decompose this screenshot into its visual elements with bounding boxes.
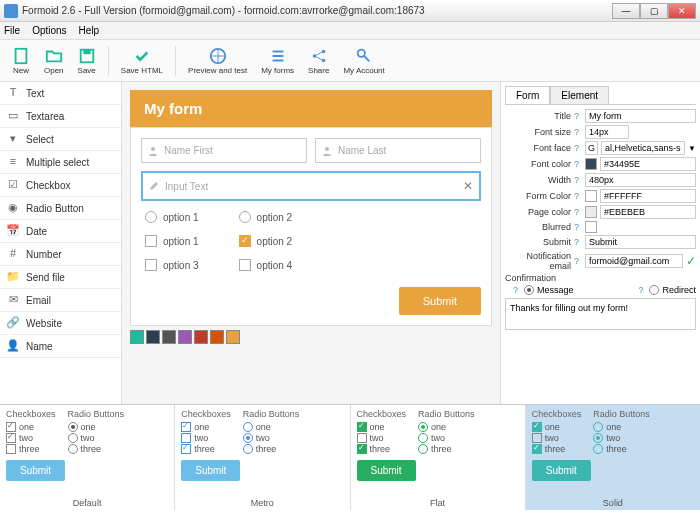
- fontcolor-swatch[interactable]: [585, 158, 597, 170]
- theme-submit[interactable]: Submit: [181, 460, 240, 481]
- window-title: Formoid 2.6 - Full Version (formoid@gmai…: [22, 5, 612, 16]
- theme-submit[interactable]: Submit: [6, 460, 65, 481]
- minimize-button[interactable]: —: [612, 3, 640, 19]
- prop-width-input[interactable]: [585, 173, 696, 187]
- check-icon: ✓: [686, 254, 696, 268]
- svg-point-10: [325, 147, 329, 151]
- prop-fontface-input[interactable]: [601, 141, 685, 155]
- form-header[interactable]: My form: [130, 90, 492, 127]
- toolbar: New Open Save Save HTML Preview and test…: [0, 40, 700, 82]
- confirmation-textarea[interactable]: Thanks for filling out my form!: [505, 298, 696, 330]
- open-button[interactable]: Open: [38, 45, 70, 77]
- theme-flat[interactable]: CheckboxesonetwothreeRadio Buttonsonetwo…: [351, 405, 526, 510]
- color-swatch[interactable]: [226, 330, 240, 344]
- confirm-message-radio[interactable]: [524, 285, 534, 295]
- svg-point-7: [321, 58, 325, 62]
- color-swatch[interactable]: [130, 330, 144, 344]
- name-first-input[interactable]: Name First: [141, 138, 307, 163]
- theme-submit[interactable]: Submit: [532, 460, 591, 481]
- check-option-3[interactable]: option 3: [145, 259, 199, 271]
- blurred-checkbox[interactable]: [585, 221, 597, 233]
- menu-options[interactable]: Options: [32, 25, 66, 36]
- color-swatch[interactable]: [194, 330, 208, 344]
- theme-solid[interactable]: CheckboxesonetwothreeRadio Buttonsonetwo…: [526, 405, 700, 510]
- list-icon: [269, 47, 287, 65]
- svg-point-8: [358, 49, 365, 56]
- prop-pagecolor-input[interactable]: [600, 205, 696, 219]
- sidebar-item-number[interactable]: #Number: [0, 243, 121, 266]
- prop-fontcolor-input[interactable]: [600, 157, 696, 171]
- prop-submit-input[interactable]: [585, 235, 696, 249]
- theme-preview-bar: CheckboxesonetwothreeRadio Buttonsonetwo…: [0, 404, 700, 510]
- new-button[interactable]: New: [6, 45, 36, 77]
- sidebar-item-checkbox[interactable]: ☑Checkbox: [0, 174, 121, 197]
- name-last-input[interactable]: Name Last: [315, 138, 481, 163]
- prop-email-input[interactable]: [585, 254, 683, 268]
- globe-icon: [209, 47, 227, 65]
- formcolor-swatch[interactable]: [585, 190, 597, 202]
- element-icon: ✉: [6, 293, 20, 307]
- close-button[interactable]: ✕: [668, 3, 696, 19]
- sidebar-item-multiple-select[interactable]: ≡Multiple select: [0, 151, 121, 174]
- account-button[interactable]: My Account: [337, 45, 390, 77]
- help-icon[interactable]: ?: [574, 111, 582, 121]
- maximize-button[interactable]: ▢: [640, 3, 668, 19]
- color-swatch[interactable]: [210, 330, 224, 344]
- title-bar: Formoid 2.6 - Full Version (formoid@gmai…: [0, 0, 700, 22]
- color-swatch[interactable]: [162, 330, 176, 344]
- svg-rect-1: [16, 48, 27, 62]
- theme-default[interactable]: CheckboxesonetwothreeRadio Buttonsonetwo…: [0, 405, 175, 510]
- element-icon: 📅: [6, 224, 20, 238]
- text-input-selected[interactable]: Input Text✕: [141, 171, 481, 201]
- sidebar-item-website[interactable]: 🔗Website: [0, 312, 121, 335]
- color-swatch[interactable]: [178, 330, 192, 344]
- save-button[interactable]: Save: [72, 45, 102, 77]
- element-icon: 🔗: [6, 316, 20, 330]
- share-icon: [310, 47, 328, 65]
- prop-fontsize-input[interactable]: [585, 125, 629, 139]
- check-option-4[interactable]: option 4: [239, 259, 293, 271]
- preview-button[interactable]: Preview and test: [182, 45, 253, 77]
- form-body: Name First Name Last Input Text✕ option …: [130, 127, 492, 326]
- check-option-2[interactable]: option 2: [239, 235, 293, 247]
- sidebar-item-email[interactable]: ✉Email: [0, 289, 121, 312]
- sidebar-item-name[interactable]: 👤Name: [0, 335, 121, 358]
- svg-point-9: [151, 147, 155, 151]
- tab-form[interactable]: Form: [505, 86, 550, 104]
- clear-icon[interactable]: ✕: [463, 179, 473, 193]
- sidebar-item-text[interactable]: TText: [0, 82, 121, 105]
- sidebar-item-date[interactable]: 📅Date: [0, 220, 121, 243]
- radio-option-2[interactable]: option 2: [239, 211, 293, 223]
- sidebar-item-radio-button[interactable]: ◉Radio Button: [0, 197, 121, 220]
- confirm-redirect-radio[interactable]: [649, 285, 659, 295]
- element-sidebar: TText▭Textarea▾Select≡Multiple select☑Ch…: [0, 82, 122, 404]
- chevron-down-icon[interactable]: ▼: [688, 144, 696, 153]
- submit-button[interactable]: Submit: [399, 287, 481, 315]
- element-icon: ☑: [6, 178, 20, 192]
- properties-panel: Form Element Title? Font size? Font face…: [500, 82, 700, 404]
- myforms-button[interactable]: My forms: [255, 45, 300, 77]
- prop-formcolor-input[interactable]: [600, 189, 696, 203]
- sidebar-item-textarea[interactable]: ▭Textarea: [0, 105, 121, 128]
- save-html-button[interactable]: Save HTML: [115, 45, 169, 77]
- svg-rect-3: [83, 49, 90, 54]
- theme-submit[interactable]: Submit: [357, 460, 416, 481]
- radio-option-1[interactable]: option 1: [145, 211, 199, 223]
- check-option-1[interactable]: option 1: [145, 235, 199, 247]
- svg-point-6: [321, 49, 325, 53]
- element-icon: ≡: [6, 155, 20, 169]
- tab-element[interactable]: Element: [550, 86, 609, 104]
- color-swatch[interactable]: [146, 330, 160, 344]
- share-button[interactable]: Share: [302, 45, 335, 77]
- menu-help[interactable]: Help: [79, 25, 100, 36]
- prop-title-input[interactable]: [585, 109, 696, 123]
- sidebar-item-select[interactable]: ▾Select: [0, 128, 121, 151]
- menu-file[interactable]: File: [4, 25, 20, 36]
- pagecolor-swatch[interactable]: [585, 206, 597, 218]
- theme-metro[interactable]: CheckboxesonetwothreeRadio Buttonsonetwo…: [175, 405, 350, 510]
- sidebar-item-send-file[interactable]: 📁Send file: [0, 266, 121, 289]
- menu-bar: File Options Help: [0, 22, 700, 40]
- save-icon: [78, 47, 96, 65]
- folder-icon: [45, 47, 63, 65]
- element-icon: 👤: [6, 339, 20, 353]
